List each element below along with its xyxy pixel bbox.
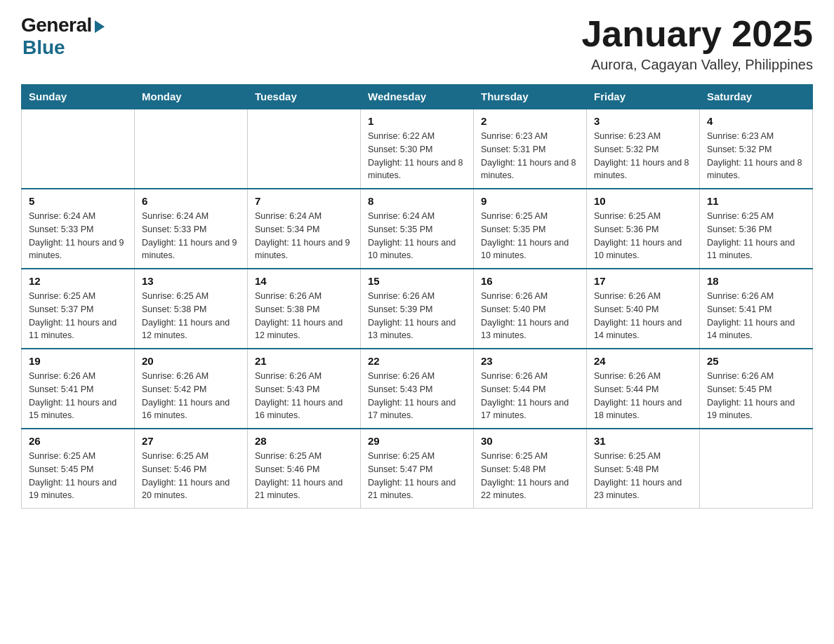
day-info: Sunrise: 6:24 AMSunset: 5:35 PMDaylight:…	[368, 210, 466, 262]
day-info: Sunrise: 6:26 AMSunset: 5:38 PMDaylight:…	[255, 290, 353, 342]
day-number: 9	[481, 195, 579, 207]
day-number: 13	[142, 275, 240, 287]
day-info: Sunrise: 6:25 AMSunset: 5:36 PMDaylight:…	[707, 210, 805, 262]
day-info: Sunrise: 6:26 AMSunset: 5:41 PMDaylight:…	[29, 370, 127, 422]
day-info: Sunrise: 6:25 AMSunset: 5:45 PMDaylight:…	[29, 450, 127, 502]
calendar-cell: 17Sunrise: 6:26 AMSunset: 5:40 PMDayligh…	[587, 269, 700, 349]
calendar-cell: 24Sunrise: 6:26 AMSunset: 5:44 PMDayligh…	[587, 349, 700, 429]
calendar-cell: 31Sunrise: 6:25 AMSunset: 5:48 PMDayligh…	[587, 429, 700, 509]
day-number: 29	[368, 435, 466, 447]
day-number: 10	[594, 195, 692, 207]
day-info: Sunrise: 6:23 AMSunset: 5:32 PMDaylight:…	[707, 130, 805, 182]
day-info: Sunrise: 6:25 AMSunset: 5:37 PMDaylight:…	[29, 290, 127, 342]
calendar-cell: 15Sunrise: 6:26 AMSunset: 5:39 PMDayligh…	[361, 269, 474, 349]
day-number: 19	[29, 355, 127, 367]
day-number: 28	[255, 435, 353, 447]
calendar-day-header: Sunday	[22, 85, 135, 109]
calendar-day-header: Wednesday	[361, 85, 474, 109]
page-header: General Blue January 2025 Aurora, Cagaya…	[21, 14, 813, 73]
calendar-cell: 5Sunrise: 6:24 AMSunset: 5:33 PMDaylight…	[22, 189, 135, 269]
day-info: Sunrise: 6:23 AMSunset: 5:31 PMDaylight:…	[481, 130, 579, 182]
day-info: Sunrise: 6:25 AMSunset: 5:47 PMDaylight:…	[368, 450, 466, 502]
day-info: Sunrise: 6:24 AMSunset: 5:34 PMDaylight:…	[255, 210, 353, 262]
calendar-cell	[135, 109, 248, 189]
logo-blue-text: Blue	[22, 36, 65, 59]
day-number: 1	[368, 115, 466, 127]
calendar-week-row: 12Sunrise: 6:25 AMSunset: 5:37 PMDayligh…	[22, 269, 813, 349]
calendar-cell: 6Sunrise: 6:24 AMSunset: 5:33 PMDaylight…	[135, 189, 248, 269]
day-number: 17	[594, 275, 692, 287]
day-info: Sunrise: 6:26 AMSunset: 5:41 PMDaylight:…	[707, 290, 805, 342]
day-info: Sunrise: 6:23 AMSunset: 5:32 PMDaylight:…	[594, 130, 692, 182]
day-info: Sunrise: 6:25 AMSunset: 5:48 PMDaylight:…	[481, 450, 579, 502]
calendar-cell	[22, 109, 135, 189]
calendar-cell: 16Sunrise: 6:26 AMSunset: 5:40 PMDayligh…	[474, 269, 587, 349]
calendar-cell: 11Sunrise: 6:25 AMSunset: 5:36 PMDayligh…	[700, 189, 813, 269]
day-number: 6	[142, 195, 240, 207]
day-number: 8	[368, 195, 466, 207]
day-info: Sunrise: 6:25 AMSunset: 5:35 PMDaylight:…	[481, 210, 579, 262]
calendar-cell: 13Sunrise: 6:25 AMSunset: 5:38 PMDayligh…	[135, 269, 248, 349]
calendar-cell: 28Sunrise: 6:25 AMSunset: 5:46 PMDayligh…	[248, 429, 361, 509]
calendar-day-header: Thursday	[474, 85, 587, 109]
calendar-cell	[700, 429, 813, 509]
calendar-cell	[248, 109, 361, 189]
calendar-header-row: SundayMondayTuesdayWednesdayThursdayFrid…	[22, 85, 813, 109]
calendar-cell: 18Sunrise: 6:26 AMSunset: 5:41 PMDayligh…	[700, 269, 813, 349]
day-info: Sunrise: 6:26 AMSunset: 5:45 PMDaylight:…	[707, 370, 805, 422]
day-info: Sunrise: 6:24 AMSunset: 5:33 PMDaylight:…	[142, 210, 240, 262]
calendar-week-row: 26Sunrise: 6:25 AMSunset: 5:45 PMDayligh…	[22, 429, 813, 509]
day-number: 11	[707, 195, 805, 207]
logo: General Blue	[21, 14, 105, 59]
calendar-week-row: 5Sunrise: 6:24 AMSunset: 5:33 PMDaylight…	[22, 189, 813, 269]
logo-general-text: General	[21, 14, 92, 36]
calendar-cell: 9Sunrise: 6:25 AMSunset: 5:35 PMDaylight…	[474, 189, 587, 269]
calendar-cell: 30Sunrise: 6:25 AMSunset: 5:48 PMDayligh…	[474, 429, 587, 509]
day-number: 7	[255, 195, 353, 207]
day-number: 5	[29, 195, 127, 207]
calendar-day-header: Tuesday	[248, 85, 361, 109]
day-number: 16	[481, 275, 579, 287]
calendar-day-header: Friday	[587, 85, 700, 109]
day-info: Sunrise: 6:25 AMSunset: 5:38 PMDaylight:…	[142, 290, 240, 342]
calendar-cell: 8Sunrise: 6:24 AMSunset: 5:35 PMDaylight…	[361, 189, 474, 269]
day-number: 3	[594, 115, 692, 127]
day-number: 25	[707, 355, 805, 367]
day-info: Sunrise: 6:26 AMSunset: 5:40 PMDaylight:…	[594, 290, 692, 342]
day-number: 31	[594, 435, 692, 447]
day-number: 12	[29, 275, 127, 287]
calendar-cell: 27Sunrise: 6:25 AMSunset: 5:46 PMDayligh…	[135, 429, 248, 509]
day-info: Sunrise: 6:25 AMSunset: 5:46 PMDaylight:…	[255, 450, 353, 502]
calendar-cell: 12Sunrise: 6:25 AMSunset: 5:37 PMDayligh…	[22, 269, 135, 349]
calendar-cell: 25Sunrise: 6:26 AMSunset: 5:45 PMDayligh…	[700, 349, 813, 429]
day-number: 26	[29, 435, 127, 447]
day-number: 21	[255, 355, 353, 367]
day-number: 15	[368, 275, 466, 287]
day-number: 20	[142, 355, 240, 367]
day-info: Sunrise: 6:26 AMSunset: 5:42 PMDaylight:…	[142, 370, 240, 422]
day-info: Sunrise: 6:25 AMSunset: 5:46 PMDaylight:…	[142, 450, 240, 502]
calendar-cell: 14Sunrise: 6:26 AMSunset: 5:38 PMDayligh…	[248, 269, 361, 349]
calendar-cell: 3Sunrise: 6:23 AMSunset: 5:32 PMDaylight…	[587, 109, 700, 189]
calendar-cell: 22Sunrise: 6:26 AMSunset: 5:43 PMDayligh…	[361, 349, 474, 429]
calendar-cell: 2Sunrise: 6:23 AMSunset: 5:31 PMDaylight…	[474, 109, 587, 189]
calendar-cell: 1Sunrise: 6:22 AMSunset: 5:30 PMDaylight…	[361, 109, 474, 189]
calendar-cell: 29Sunrise: 6:25 AMSunset: 5:47 PMDayligh…	[361, 429, 474, 509]
calendar-week-row: 1Sunrise: 6:22 AMSunset: 5:30 PMDaylight…	[22, 109, 813, 189]
day-info: Sunrise: 6:26 AMSunset: 5:43 PMDaylight:…	[368, 370, 466, 422]
day-info: Sunrise: 6:24 AMSunset: 5:33 PMDaylight:…	[29, 210, 127, 262]
day-number: 23	[481, 355, 579, 367]
calendar-cell: 20Sunrise: 6:26 AMSunset: 5:42 PMDayligh…	[135, 349, 248, 429]
day-number: 18	[707, 275, 805, 287]
calendar-day-header: Saturday	[700, 85, 813, 109]
calendar-table: SundayMondayTuesdayWednesdayThursdayFrid…	[21, 84, 813, 509]
day-info: Sunrise: 6:25 AMSunset: 5:36 PMDaylight:…	[594, 210, 692, 262]
page-title: January 2025	[581, 14, 813, 54]
day-info: Sunrise: 6:26 AMSunset: 5:43 PMDaylight:…	[255, 370, 353, 422]
calendar-cell: 19Sunrise: 6:26 AMSunset: 5:41 PMDayligh…	[22, 349, 135, 429]
day-number: 30	[481, 435, 579, 447]
day-info: Sunrise: 6:26 AMSunset: 5:39 PMDaylight:…	[368, 290, 466, 342]
day-info: Sunrise: 6:26 AMSunset: 5:44 PMDaylight:…	[594, 370, 692, 422]
day-info: Sunrise: 6:25 AMSunset: 5:48 PMDaylight:…	[594, 450, 692, 502]
logo-arrow-icon	[95, 20, 105, 33]
